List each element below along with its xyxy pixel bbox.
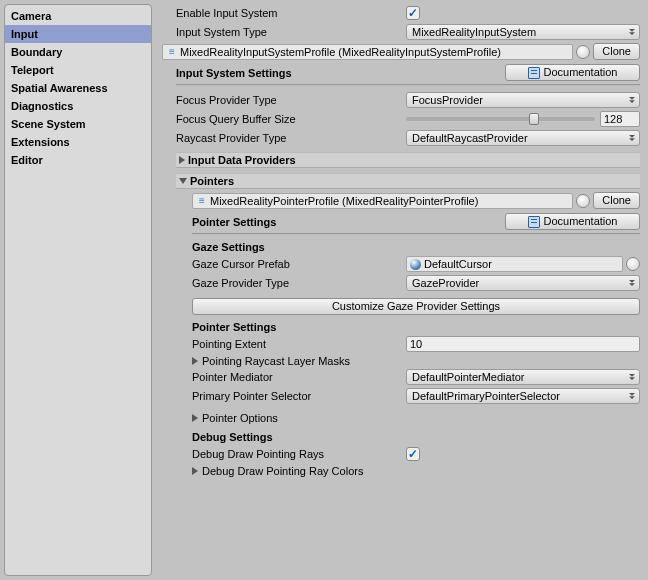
pointer-mediator-label: Pointer Mediator: [192, 371, 406, 383]
pointing-extent-label: Pointing Extent: [192, 338, 406, 350]
sidebar-item-camera[interactable]: Camera: [5, 7, 151, 25]
sidebar-item-scene-system[interactable]: Scene System: [5, 115, 151, 133]
documentation-icon: [528, 216, 540, 228]
customize-gaze-provider-button[interactable]: Customize Gaze Provider Settings: [192, 298, 640, 315]
clone-button[interactable]: Clone: [593, 43, 640, 60]
debug-settings-title: Debug Settings: [192, 431, 640, 443]
focus-query-buffer-slider[interactable]: [406, 117, 595, 121]
debug-draw-pointing-rays-checkbox[interactable]: [406, 447, 420, 461]
foldout-pointers[interactable]: Pointers: [176, 173, 640, 189]
foldout-label: Pointing Raycast Layer Masks: [202, 355, 350, 367]
pointer-profile-field[interactable]: ≡ MixedRealityPointerProfile (MixedReali…: [192, 193, 573, 209]
foldout-label: Pointer Options: [202, 412, 278, 424]
gaze-provider-type-label: Gaze Provider Type: [192, 277, 406, 289]
clone-button[interactable]: Clone: [593, 192, 640, 209]
object-picker-button[interactable]: [576, 194, 590, 208]
sidebar-item-teleport[interactable]: Teleport: [5, 61, 151, 79]
profile-asset-icon: ≡: [197, 196, 207, 206]
foldout-label: Input Data Providers: [188, 154, 296, 166]
foldout-label: Pointers: [190, 175, 234, 187]
pointer-profile-text: MixedRealityPointerProfile (MixedReality…: [210, 195, 478, 207]
gaze-settings-title: Gaze Settings: [192, 241, 640, 253]
documentation-icon: [528, 67, 540, 79]
sidebar: Camera Input Boundary Teleport Spatial A…: [4, 4, 152, 576]
gaze-cursor-prefab-label: Gaze Cursor Prefab: [192, 258, 406, 270]
foldout-input-data-providers[interactable]: Input Data Providers: [176, 152, 640, 168]
sidebar-item-input[interactable]: Input: [5, 25, 151, 43]
primary-pointer-selector-label: Primary Pointer Selector: [192, 390, 406, 402]
documentation-button[interactable]: Documentation: [505, 64, 640, 81]
pointer-settings-subtitle: Pointer Settings: [192, 321, 640, 333]
sidebar-item-boundary[interactable]: Boundary: [5, 43, 151, 61]
documentation-label: Documentation: [544, 214, 618, 229]
divider: [176, 84, 640, 86]
pointer-mediator-dropdown[interactable]: DefaultPointerMediator: [406, 369, 640, 385]
enable-input-system-checkbox[interactable]: [406, 6, 420, 20]
pointing-extent-field[interactable]: 10: [406, 336, 640, 352]
input-system-type-dropdown[interactable]: MixedRealityInputSystem: [406, 24, 640, 40]
foldout-label: Debug Draw Pointing Ray Colors: [202, 465, 363, 477]
prefab-icon: [410, 259, 421, 270]
raycast-provider-type-dropdown[interactable]: DefaultRaycastProvider: [406, 130, 640, 146]
focus-provider-type-label: Focus Provider Type: [176, 94, 406, 106]
input-system-settings-title: Input System Settings: [176, 67, 292, 79]
foldout-arrow-icon: [192, 414, 198, 422]
object-picker-button[interactable]: [626, 257, 640, 271]
focus-provider-type-dropdown[interactable]: FocusProvider: [406, 92, 640, 108]
object-picker-button[interactable]: [576, 45, 590, 59]
profile-name-text: MixedRealityInputSystemProfile (MixedRea…: [180, 46, 501, 58]
input-system-type-label: Input System Type: [176, 26, 406, 38]
foldout-arrow-icon: [192, 467, 198, 475]
foldout-arrow-icon: [192, 357, 198, 365]
documentation-button[interactable]: Documentation: [505, 213, 640, 230]
sidebar-item-spatial-awareness[interactable]: Spatial Awareness: [5, 79, 151, 97]
focus-query-buffer-value[interactable]: 128: [600, 111, 640, 127]
input-system-profile-field[interactable]: ≡ MixedRealityInputSystemProfile (MixedR…: [162, 44, 573, 60]
debug-draw-pointing-rays-label: Debug Draw Pointing Rays: [192, 448, 406, 460]
raycast-provider-type-label: Raycast Provider Type: [176, 132, 406, 144]
foldout-pointing-raycast-layer-masks[interactable]: Pointing Raycast Layer Masks: [192, 354, 640, 368]
documentation-label: Documentation: [544, 65, 618, 80]
sidebar-item-diagnostics[interactable]: Diagnostics: [5, 97, 151, 115]
foldout-debug-draw-pointing-ray-colors[interactable]: Debug Draw Pointing Ray Colors: [192, 464, 640, 478]
primary-pointer-selector-dropdown[interactable]: DefaultPrimaryPointerSelector: [406, 388, 640, 404]
sidebar-item-editor[interactable]: Editor: [5, 151, 151, 169]
pointer-settings-title: Pointer Settings: [192, 216, 276, 228]
enable-input-system-label: Enable Input System: [176, 7, 406, 19]
inspector-panel: Enable Input System Input System Type Mi…: [156, 0, 648, 580]
profile-asset-icon: ≡: [167, 47, 177, 57]
foldout-arrow-icon: [179, 178, 187, 184]
gaze-provider-type-dropdown[interactable]: GazeProvider: [406, 275, 640, 291]
foldout-pointer-options[interactable]: Pointer Options: [192, 411, 640, 425]
focus-query-buffer-label: Focus Query Buffer Size: [176, 113, 406, 125]
sidebar-item-extensions[interactable]: Extensions: [5, 133, 151, 151]
foldout-arrow-icon: [179, 156, 185, 164]
divider: [192, 233, 640, 235]
gaze-cursor-prefab-value: DefaultCursor: [424, 258, 492, 270]
gaze-cursor-prefab-field[interactable]: DefaultCursor: [406, 256, 623, 272]
